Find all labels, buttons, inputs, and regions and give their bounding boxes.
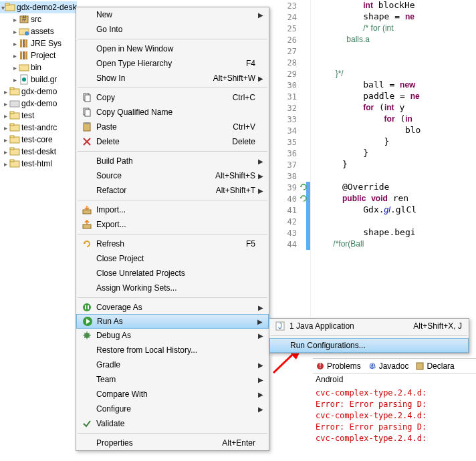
code-line[interactable]: balls.a: [311, 34, 476, 45]
editor-code[interactable]: int blockHe shape = ne /* for (int balls…: [311, 0, 476, 317]
menu-item-show-in[interactable]: Show InAlt+Shift+W▶: [76, 71, 269, 86]
code-line[interactable]: int blockHe: [311, 0, 476, 11]
tree-item[interactable]: ▸#src: [0, 13, 77, 25]
menu-item-delete[interactable]: DeleteDelete: [76, 134, 269, 149]
code-line[interactable]: for (in: [311, 114, 476, 125]
menu-item-source[interactable]: SourceAlt+Shift+S▶: [76, 168, 269, 183]
menu-item-close-project[interactable]: Close Project: [76, 251, 269, 266]
code-line[interactable]: Gdx.gl.glCl: [311, 204, 476, 216]
code-line[interactable]: shape = ne: [311, 11, 476, 23]
menu-item-refresh[interactable]: RefreshF5: [76, 237, 269, 251]
menu-item-copy[interactable]: CopyCtrl+C: [76, 90, 269, 105]
tree-item[interactable]: ▸gdx-demo: [0, 86, 77, 98]
tree-twisty-icon[interactable]: ▸: [11, 16, 19, 23]
tree-twisty-icon[interactable]: ▸: [11, 64, 19, 71]
menu-item-coverage-as[interactable]: Coverage As▶: [76, 300, 269, 315]
tree-item[interactable]: ▾gdx-demo2-desktop: [0, 1, 77, 13]
code-line[interactable]: blo: [311, 125, 476, 136]
tree-twisty-icon[interactable]: ▸: [1, 124, 9, 132]
project-explorer[interactable]: ▾gdx-demo2-desktop▸#src▸assets▸JRE Sys▸P…: [0, 0, 77, 461]
menu-item-properties[interactable]: PropertiesAlt+Enter: [76, 436, 269, 450]
tree-item[interactable]: ▸test-core: [0, 134, 77, 146]
tree-twisty-icon[interactable]: ▸: [11, 76, 19, 84]
submenu-item-run-configurations[interactable]: Run Configurations...: [269, 338, 469, 353]
menu-item-new[interactable]: New▶: [76, 7, 269, 22]
tree-item[interactable]: ▸bin: [0, 61, 77, 73]
menu-item-validate[interactable]: Validate: [76, 416, 269, 431]
code-line[interactable]: paddle = ne: [311, 91, 476, 102]
menu-item-label: Restore from Local History...: [94, 345, 255, 355]
error-line[interactable]: Error: Error parsing D:: [316, 400, 473, 411]
menu-item-compare-with[interactable]: Compare With▶: [76, 387, 269, 402]
code-line[interactable]: /* for (int: [311, 23, 476, 34]
tree-twisty-icon[interactable]: ▸: [11, 28, 19, 35]
error-line[interactable]: cvc-complex-type.2.4.d:: [316, 411, 473, 422]
tab-declara[interactable]: Declara: [415, 361, 454, 371]
menu-item-import[interactable]: Import...: [76, 202, 269, 217]
tab-javadoc[interactable]: @Javadoc: [368, 361, 409, 371]
error-line[interactable]: cvc-complex-type.2.4.d:: [316, 388, 473, 400]
menu-item-copy-qualified-name[interactable]: Copy Qualified Name: [76, 105, 269, 120]
error-line[interactable]: cvc-complex-type.2.4.d:: [316, 434, 473, 445]
menu-item-paste[interactable]: PasteCtrl+V: [76, 120, 269, 134]
error-line[interactable]: Error: Error parsing D:: [316, 422, 473, 434]
menu-item-export[interactable]: Export...: [76, 217, 269, 232]
code-editor[interactable]: 2324252627282930313233343536373839404142…: [271, 0, 476, 317]
tree-item[interactable]: ▸test-andrc: [0, 122, 77, 134]
editor-gutter: 2324252627282930313233343536373839404142…: [271, 0, 311, 317]
menu-item-open-in-new-window[interactable]: Open in New Window: [76, 41, 269, 56]
code-line[interactable]: [311, 45, 476, 57]
tree-twisty-icon[interactable]: ▸: [1, 100, 9, 108]
svg-point-38: [83, 303, 91, 311]
code-line[interactable]: shape.begi: [311, 227, 476, 239]
menu-item-restore-from-local-history[interactable]: Restore from Local History...: [76, 343, 269, 357]
code-line[interactable]: /*for(Ball: [311, 239, 476, 250]
code-line[interactable]: [311, 170, 476, 182]
problems-panel[interactable]: !Problems@JavadocDeclara Android cvc-com…: [313, 358, 476, 461]
submenu-arrow-icon: ▶: [257, 318, 264, 325]
tree-twisty-icon[interactable]: ▸: [1, 136, 9, 144]
menu-item-label: Close Unrelated Projects: [94, 269, 255, 278]
tree-item[interactable]: ▸Project: [0, 49, 77, 61]
tree-twisty-icon[interactable]: ▸: [11, 40, 19, 47]
tree-item[interactable]: ▸test: [0, 110, 77, 122]
menu-item-run-as[interactable]: Run As▶: [76, 314, 269, 329]
code-line[interactable]: [311, 216, 476, 227]
menu-item-team[interactable]: Team▶: [76, 372, 269, 387]
menu-item-accel: Alt+Shift+W: [213, 73, 258, 83]
menu-item-debug-as[interactable]: Debug As▶: [76, 328, 269, 343]
tree-twisty-icon[interactable]: ▸: [11, 52, 19, 59]
tab-problems[interactable]: !Problems: [316, 361, 361, 371]
code-line[interactable]: }*/: [311, 68, 476, 80]
submenu-item-java-application[interactable]: J1 Java ApplicationAlt+Shift+X, J: [269, 319, 469, 333]
menu-item-gradle[interactable]: Gradle▶: [76, 357, 269, 372]
tree-twisty-icon[interactable]: ▸: [1, 148, 9, 156]
tree-twisty-icon[interactable]: ▸: [1, 112, 9, 120]
code-line[interactable]: }: [311, 159, 476, 170]
code-line[interactable]: public void ren: [311, 193, 476, 204]
code-line[interactable]: for (int y: [311, 102, 476, 114]
svg-rect-8: [25, 39, 27, 47]
tree-twisty-icon[interactable]: ▸: [1, 88, 9, 96]
menu-item-label: Gradle: [94, 360, 255, 369]
code-line[interactable]: }: [311, 148, 476, 159]
code-line[interactable]: @Override: [311, 182, 476, 193]
menu-item-close-unrelated-projects[interactable]: Close Unrelated Projects: [76, 266, 269, 281]
menu-item-assign-working-sets[interactable]: Assign Working Sets...: [76, 281, 269, 295]
code-line[interactable]: }: [311, 136, 476, 148]
tree-item[interactable]: ▸build.gr: [0, 73, 77, 86]
tree-item[interactable]: ▸test-deskt: [0, 146, 77, 158]
tree-item[interactable]: ▸assets: [0, 25, 77, 37]
tree-item[interactable]: ▸gdx-demo: [0, 98, 77, 110]
menu-item-build-path[interactable]: Build Path▶: [76, 154, 269, 168]
tree-item[interactable]: ▸test-html: [0, 158, 77, 170]
problems-tabs[interactable]: !Problems@JavadocDeclara: [313, 359, 476, 373]
menu-item-open-type-hierarchy[interactable]: Open Type HierarchyF4: [76, 56, 269, 71]
menu-item-go-into[interactable]: Go Into: [76, 22, 269, 37]
code-line[interactable]: ball = new: [311, 80, 476, 91]
code-line[interactable]: [311, 57, 476, 68]
tree-item[interactable]: ▸JRE Sys: [0, 37, 77, 49]
tree-twisty-icon[interactable]: ▸: [1, 160, 9, 168]
menu-item-configure[interactable]: Configure▶: [76, 402, 269, 416]
menu-item-refactor[interactable]: RefactorAlt+Shift+T▶: [76, 183, 269, 198]
